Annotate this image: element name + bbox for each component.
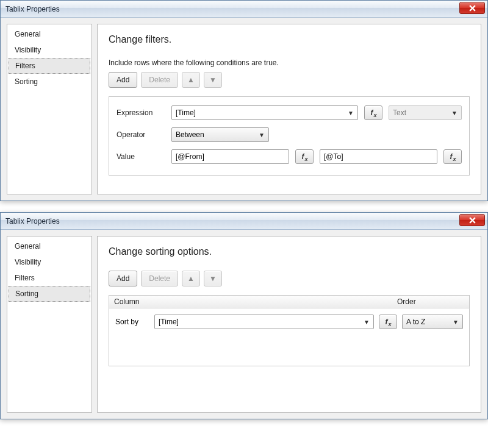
sidebar-item-sorting[interactable]: Sorting [9, 286, 90, 302]
dialog-body: General Visibility Filters Sorting Chang… [1, 18, 487, 201]
titlebar[interactable]: Tablix Properties [1, 1, 487, 18]
main-panel: Change filters. Include rows where the f… [97, 24, 481, 194]
move-down-button[interactable]: ▼ [204, 271, 222, 286]
sidebar-item-visibility[interactable]: Visibility [7, 42, 92, 58]
chevron-down-icon: ▼ [348, 110, 354, 116]
close-icon [469, 5, 476, 12]
sidebar: General Visibility Filters Sorting [7, 236, 92, 413]
value-from-fx-button[interactable]: fx [295, 149, 314, 164]
sidebar-item-general[interactable]: General [7, 26, 92, 42]
toolbar: Add Delete ▲ ▼ [109, 72, 470, 88]
toolbar: Add Delete ▲ ▼ [109, 271, 470, 286]
arrow-up-icon: ▲ [187, 274, 195, 283]
add-button[interactable]: Add [109, 72, 137, 88]
sort-grid-header: Column Order [109, 295, 470, 308]
sort-row: Sort by [Time] ▼ fx A to Z ▼ [115, 315, 463, 329]
sort-fx-button[interactable]: fx [379, 315, 397, 329]
operator-label: Operator [117, 130, 165, 139]
main-panel: Change sorting options. Add Delete ▲ ▼ C… [97, 236, 481, 413]
sort-order-value: A to Z [406, 318, 425, 326]
sidebar-item-visibility[interactable]: Visibility [7, 254, 92, 270]
sort-by-label: Sort by [115, 318, 149, 326]
value-to-input[interactable]: [@To] [320, 149, 437, 164]
page-heading: Change filters. [109, 34, 470, 45]
add-button[interactable]: Add [109, 271, 137, 286]
fx-icon: fx [385, 318, 390, 326]
expression-row: Expression [Time] ▼ fx Text ▼ [117, 105, 462, 120]
sort-order-combo[interactable]: A to Z ▼ [402, 315, 463, 329]
value-to-fx-button[interactable]: fx [443, 149, 462, 164]
sidebar-item-filters[interactable]: Filters [9, 58, 90, 74]
expression-fx-button[interactable]: fx [364, 105, 382, 120]
fx-icon: fx [450, 152, 455, 161]
sidebar-item-filters[interactable]: Filters [7, 270, 92, 286]
delete-button[interactable]: Delete [141, 271, 178, 286]
tablix-properties-dialog-sorting: Tablix Properties General Visibility Fil… [0, 212, 488, 419]
page-heading: Change sorting options. [109, 246, 470, 257]
close-icon [469, 217, 476, 224]
chevron-down-icon: ▼ [364, 319, 370, 325]
sidebar: General Visibility Filters Sorting [7, 24, 92, 194]
column-header-order: Order [397, 297, 464, 306]
close-button[interactable] [459, 214, 485, 226]
expression-combo[interactable]: [Time] ▼ [171, 105, 358, 120]
window-title: Tablix Properties [5, 217, 60, 226]
value-label: Value [117, 152, 165, 161]
chevron-down-icon: ▼ [453, 319, 459, 325]
close-button[interactable] [459, 2, 485, 14]
move-up-button[interactable]: ▲ [182, 72, 200, 88]
fx-icon: fx [301, 152, 307, 161]
sidebar-item-general[interactable]: General [7, 238, 92, 254]
value-to-text: [@To] [324, 152, 343, 161]
sort-editor: Sort by [Time] ▼ fx A to Z ▼ [109, 308, 470, 366]
titlebar[interactable]: Tablix Properties [1, 213, 487, 230]
fx-icon: fx [370, 108, 376, 117]
arrow-up-icon: ▲ [187, 76, 195, 84]
delete-button[interactable]: Delete [141, 72, 178, 88]
column-header-column: Column [114, 297, 397, 306]
value-row: Value [@From] fx [@To] fx [117, 149, 462, 164]
arrow-down-icon: ▼ [209, 76, 217, 84]
expression-value: [Time] [176, 108, 196, 117]
sidebar-item-sorting[interactable]: Sorting [7, 74, 92, 90]
operator-combo[interactable]: Between ▼ [171, 127, 269, 142]
operator-row: Operator Between ▼ [117, 127, 462, 142]
operator-value: Between [176, 130, 204, 139]
instruction-text: Include rows where the following conditi… [109, 59, 470, 67]
sort-column-combo[interactable]: [Time] ▼ [154, 315, 374, 329]
move-down-button[interactable]: ▼ [204, 72, 222, 88]
type-value: Text [393, 108, 406, 117]
sort-column-value: [Time] [159, 318, 179, 326]
value-from-text: [@From] [176, 152, 204, 161]
arrow-down-icon: ▼ [209, 274, 217, 283]
tablix-properties-dialog-filters: Tablix Properties General Visibility Fil… [0, 0, 488, 201]
window-title: Tablix Properties [5, 5, 60, 13]
type-combo[interactable]: Text ▼ [389, 105, 462, 120]
move-up-button[interactable]: ▲ [182, 271, 200, 286]
chevron-down-icon: ▼ [259, 132, 265, 138]
value-from-input[interactable]: [@From] [171, 149, 289, 164]
expression-label: Expression [117, 108, 165, 117]
dialog-body: General Visibility Filters Sorting Chang… [1, 230, 487, 419]
filter-editor: Expression [Time] ▼ fx Text ▼ Operator B… [109, 96, 470, 176]
chevron-down-icon: ▼ [451, 110, 458, 116]
